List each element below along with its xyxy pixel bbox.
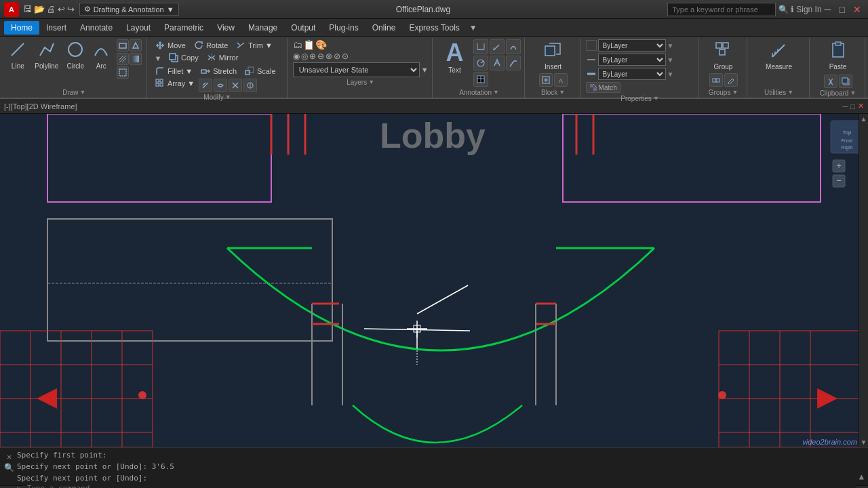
properties-group-label[interactable]: Properties ▼ xyxy=(620,94,659,102)
color-dropdown-arrow[interactable]: ▼ xyxy=(667,42,674,49)
maximize-btn[interactable]: □ xyxy=(837,4,848,15)
layer-icon3[interactable]: ⊕ xyxy=(309,52,316,61)
groups-group-label[interactable]: Groups ▼ xyxy=(709,87,738,96)
ungroup-btn[interactable] xyxy=(709,73,723,87)
linetype-dropdown[interactable]: ByLayer xyxy=(598,54,666,66)
modify-trim-btn[interactable]: Trim ▼ xyxy=(232,39,277,52)
draw-more-btn[interactable] xyxy=(130,39,142,52)
vertical-scrollbar[interactable]: ▲ ▼ xyxy=(859,114,868,447)
menu-parametric[interactable]: Parametric xyxy=(157,21,210,35)
scroll-down-btn[interactable]: ▼ xyxy=(859,437,868,447)
commandline-search-btn[interactable]: 🔍 xyxy=(4,463,14,472)
draw-hatch-btn[interactable] xyxy=(117,53,129,65)
commandline-close-btn[interactable]: ✕ xyxy=(7,452,12,462)
annotation-leader[interactable] xyxy=(506,56,521,70)
menu-home[interactable]: Home xyxy=(4,21,39,35)
modify-extra3[interactable] xyxy=(229,79,242,92)
modify-stretch-btn[interactable]: Stretch xyxy=(197,65,241,77)
minimize-btn[interactable]: ─ xyxy=(822,4,834,15)
layer-icon1[interactable]: ◉ xyxy=(293,52,300,61)
layer-icon4[interactable]: ⊖ xyxy=(317,52,324,61)
annotation-text-btn[interactable]: A Text xyxy=(438,39,472,75)
clipboard-group-label[interactable]: Clipboard ▼ xyxy=(820,88,856,97)
layer-dropdown-btn[interactable]: ▼ xyxy=(421,66,429,74)
menu-online[interactable]: Online xyxy=(366,21,403,35)
annotation-table[interactable] xyxy=(473,72,488,87)
sign-in-btn[interactable]: Sign In xyxy=(796,5,821,14)
search-icon[interactable]: 🔍 xyxy=(778,5,789,14)
layer-icon7[interactable]: ⊙ xyxy=(342,52,349,61)
scroll-up-btn[interactable]: ▲ xyxy=(859,114,868,124)
layer-match-btn[interactable]: 🎨 xyxy=(315,39,327,50)
match-properties-btn[interactable]: Match xyxy=(586,82,620,93)
menu-annotate[interactable]: Annotate xyxy=(73,21,119,35)
modify-extra4[interactable] xyxy=(243,79,257,92)
linetype-dropdown-arrow[interactable]: ▼ xyxy=(667,56,674,64)
color-dropdown[interactable]: ByLayer xyxy=(598,39,666,52)
utilities-measure-btn[interactable]: Measure xyxy=(763,39,795,72)
workspace-dropdown[interactable]: ⚙ Drafting & Annotation ▼ xyxy=(79,3,179,16)
block-attrib-btn[interactable]: A xyxy=(554,73,568,87)
layers-group-label[interactable]: Layers ▼ xyxy=(347,77,374,86)
keyword-search-input[interactable] xyxy=(667,3,776,16)
draw-gradient-btn[interactable] xyxy=(130,53,142,65)
lineweight-dropdown-arrow[interactable]: ▼ xyxy=(667,70,674,78)
cut-btn[interactable] xyxy=(824,75,837,88)
draw-arc-btn[interactable]: Arc xyxy=(90,39,113,71)
modify-mirror-btn[interactable]: Mirror xyxy=(203,52,243,64)
viewport-close[interactable]: ✕ xyxy=(858,102,864,110)
layer-state-btn[interactable]: 📋 xyxy=(303,39,315,50)
modify-extra2[interactable] xyxy=(214,79,227,92)
modify-extra1[interactable] xyxy=(199,79,212,92)
annotation-group-label[interactable]: Annotation ▼ xyxy=(459,87,499,96)
menu-insert[interactable]: Insert xyxy=(39,21,73,35)
annotation-dim-angle[interactable] xyxy=(490,56,505,70)
info-btn[interactable]: ℹ xyxy=(791,5,794,14)
menu-express[interactable]: Express Tools xyxy=(402,21,466,35)
block-group-label[interactable]: Block ▼ xyxy=(541,87,565,96)
menu-manage[interactable]: Manage xyxy=(241,21,284,35)
modify-copy-btn[interactable]: Copy xyxy=(165,52,203,64)
draw-circle-btn[interactable]: Circle xyxy=(64,39,87,71)
redo-quick-btn[interactable]: ↪ xyxy=(67,4,75,14)
lineweight-dropdown[interactable]: ByLayer xyxy=(598,68,666,80)
layer-props-btn[interactable]: 🗂 xyxy=(293,39,302,50)
groups-group-btn[interactable]: Group xyxy=(711,39,736,72)
modify-array-btn[interactable]: Array ▼ xyxy=(151,77,199,89)
modify-trim-expand[interactable]: ▼ xyxy=(151,52,165,65)
modify-scale-btn[interactable]: Scale xyxy=(241,65,280,77)
menu-layout[interactable]: Layout xyxy=(119,21,157,35)
menu-output[interactable]: Output xyxy=(284,21,322,35)
annotation-dim-radius[interactable] xyxy=(473,56,488,70)
layer-icon2[interactable]: ◎ xyxy=(301,52,308,61)
layer-icon6[interactable]: ⊘ xyxy=(334,52,340,61)
annotation-dim-arc[interactable] xyxy=(506,39,521,54)
modify-move-btn[interactable]: Move xyxy=(151,39,190,52)
menu-overflow-btn[interactable]: ▼ xyxy=(469,23,477,33)
draw-boundary-btn[interactable] xyxy=(117,66,129,79)
undo-quick-btn[interactable]: ↩ xyxy=(58,4,65,14)
draw-group-label[interactable]: Draw ▼ xyxy=(62,87,85,96)
draw-polyline-btn[interactable]: Polyline xyxy=(32,39,61,71)
command-input[interactable] xyxy=(27,484,856,488)
clipboard-paste-btn[interactable]: Paste xyxy=(826,39,850,72)
annotation-dim-align[interactable] xyxy=(490,39,505,54)
viewport-maximize[interactable]: □ xyxy=(850,102,855,110)
modify-group-label[interactable]: Modify ▼ xyxy=(203,92,231,101)
viewport-minimize[interactable]: ─ xyxy=(843,102,848,110)
layer-icon5[interactable]: ⊗ xyxy=(326,52,332,61)
block-create-btn[interactable] xyxy=(539,73,553,87)
menu-plugins[interactable]: Plug-ins xyxy=(322,21,365,35)
utilities-group-label[interactable]: Utilities ▼ xyxy=(764,87,793,96)
menu-view[interactable]: View xyxy=(210,21,241,35)
layer-dropdown[interactable]: Unsaved Layer State xyxy=(293,62,420,77)
open-quick-btn[interactable]: 📂 xyxy=(34,4,45,14)
close-btn[interactable]: ✕ xyxy=(850,4,864,15)
modify-fillet-btn[interactable]: Fillet ▼ xyxy=(151,65,197,77)
print-quick-btn[interactable]: 🖨 xyxy=(47,4,56,14)
block-insert-btn[interactable]: Insert xyxy=(541,39,566,72)
group-edit-btn[interactable] xyxy=(724,73,738,87)
modify-rotate-btn[interactable]: Rotate xyxy=(190,39,232,52)
save-quick-btn[interactable]: 🖫 xyxy=(23,4,32,14)
annotation-dim-linear[interactable] xyxy=(473,39,488,54)
